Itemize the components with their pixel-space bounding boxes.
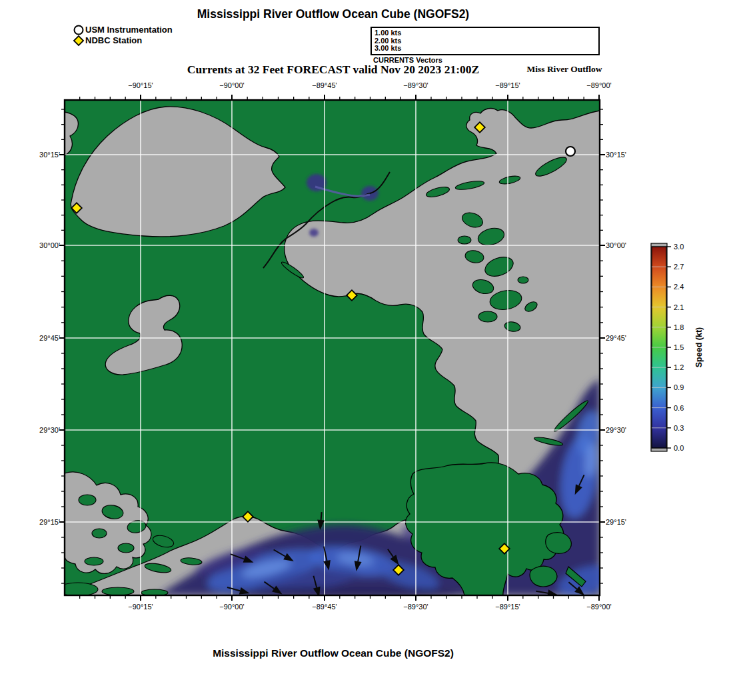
vector-scale-label-2: 2.00 kts bbox=[374, 37, 401, 45]
x-axis-tick-label: −89°30' bbox=[394, 602, 437, 611]
vector-scale-label-1: 1.00 kts bbox=[374, 29, 401, 37]
map-area bbox=[58, 100, 616, 603]
colorbar-tick-label: 1.5 bbox=[674, 343, 700, 352]
vector-scale-label-3: 3.00 kts bbox=[374, 45, 401, 52]
ndbc-legend-icon bbox=[74, 36, 83, 45]
x-axis-tick-label: −90°00' bbox=[211, 81, 253, 90]
forecast-map-page: Mississippi River Outflow Ocean Cube (NG… bbox=[0, 0, 733, 700]
y-axis-tick-label: 29°45' bbox=[28, 333, 60, 343]
y-axis-tick-label: 30°15' bbox=[606, 150, 646, 159]
x-axis-tick-label: −90°15' bbox=[119, 602, 162, 611]
x-axis-tick-label: −89°15' bbox=[486, 81, 529, 90]
colorbar-tick-label: 2.7 bbox=[674, 262, 700, 271]
colorbar-tick-label: 3.0 bbox=[674, 242, 700, 251]
map-plot-canvas bbox=[0, 0, 733, 700]
x-axis-tick-label: −89°30' bbox=[394, 81, 437, 90]
colorbar-tick-label: 0.9 bbox=[674, 383, 700, 392]
y-axis-tick-label: 29°15' bbox=[606, 517, 646, 527]
x-axis-tick-label: −89°45' bbox=[303, 81, 346, 90]
x-axis-tick-label: −89°45' bbox=[303, 602, 346, 611]
y-axis-tick-label: 29°45' bbox=[606, 333, 646, 343]
region-label: Miss River Outflow bbox=[514, 64, 614, 75]
vector-scale-box bbox=[370, 27, 600, 55]
colorbar-tick-label: 2.1 bbox=[674, 303, 700, 312]
ndbc-legend-label: NDBC Station bbox=[85, 36, 142, 45]
x-axis-tick-label: −89°15' bbox=[486, 602, 529, 611]
colorbar-tick-label: 0.0 bbox=[674, 443, 700, 453]
y-axis-tick-label: 30°15' bbox=[28, 150, 60, 159]
y-axis-tick-label: 29°15' bbox=[28, 517, 60, 527]
x-axis-tick-label: −89°00' bbox=[578, 81, 620, 90]
x-axis-tick-label: −89°00' bbox=[578, 602, 620, 611]
y-axis-tick-label: 30°00' bbox=[28, 241, 60, 250]
y-axis-tick-label: 29°30' bbox=[28, 425, 60, 435]
colorbar-tick-label: 1.8 bbox=[674, 323, 700, 332]
usm-station-marker bbox=[566, 147, 575, 156]
usm-legend-icon bbox=[75, 26, 83, 35]
colorbar-tick-label: 1.2 bbox=[674, 363, 700, 372]
colorbar bbox=[651, 243, 671, 451]
colorbar-tick-label: 0.6 bbox=[674, 403, 700, 413]
colorbar-tick-label: 2.4 bbox=[674, 282, 700, 291]
x-axis-tick-label: −90°15' bbox=[119, 81, 162, 90]
x-axis-tick-label: −90°00' bbox=[211, 602, 253, 611]
usm-legend-label: USM Instrumentation bbox=[85, 25, 173, 35]
y-axis-tick-label: 30°00' bbox=[606, 241, 646, 250]
page-title: Mississippi River Outflow Ocean Cube (NG… bbox=[0, 7, 666, 21]
footer-title: Mississippi River Outflow Ocean Cube (NG… bbox=[0, 647, 666, 659]
y-axis-tick-label: 29°30' bbox=[606, 425, 646, 435]
colorbar-tick-label: 0.3 bbox=[674, 423, 700, 433]
